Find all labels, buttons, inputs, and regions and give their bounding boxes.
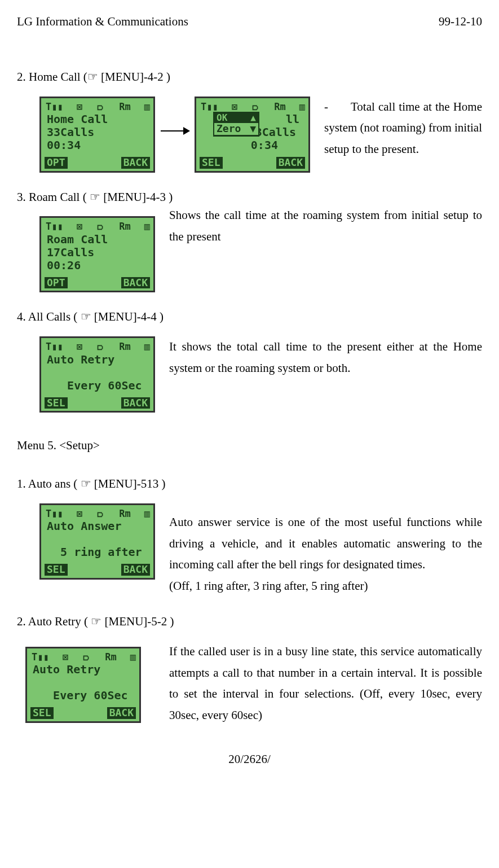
lcd-line-1: Roam Call <box>45 233 150 246</box>
rm-icon: Rm <box>119 102 130 113</box>
lcd-line-blank <box>45 533 150 546</box>
down-arrow-icon: ▼ <box>250 123 256 135</box>
status-bar: T▮▮ ⊠ ⫐ Rm ▥ <box>45 221 150 233</box>
status-bar: T▮▮ ⊠ ⫐ Rm ▥ <box>200 102 305 113</box>
status-bar: T▮▮ ⊠ ⫐ Rm ▥ <box>45 341 150 353</box>
all-calls-screen: T▮▮ ⊠ ⫐ Rm ▥ Auto Retry Every 60Sec SEL … <box>39 336 155 413</box>
setup-1-description: Auto answer service is one of the most u… <box>155 503 482 597</box>
d-icon: ⫐ <box>96 221 105 233</box>
softkey-bar: SEL BACK <box>45 564 150 576</box>
mail-icon: ⊠ <box>77 221 82 233</box>
signal-icon: T▮▮ <box>46 102 63 113</box>
signal-icon: T▮▮ <box>32 652 49 663</box>
section-3-description: Shows the call time at the roaming syste… <box>155 205 482 248</box>
lcd-line-2: Every 60Sec <box>45 379 150 392</box>
battery-icon: ▥ <box>299 102 305 113</box>
softkey-right[interactable]: BACK <box>107 707 136 719</box>
roam-call-screen: T▮▮ ⊠ ⫐ Rm ▥ Roam Call 17Calls 00:26 OPT… <box>39 216 155 292</box>
battery-icon: ▥ <box>144 102 150 113</box>
d-icon: ⫐ <box>251 102 260 113</box>
lcd-line-2: 17Calls <box>45 246 150 259</box>
section-2-text: Total call time at the Home system (not … <box>324 100 482 156</box>
setup-1-heading: 1. Auto ans ( ☞ [MENU]-513 ) <box>17 474 482 495</box>
lcd-line-1: Auto Retry <box>30 663 136 676</box>
softkey-right[interactable]: BACK <box>121 564 150 576</box>
d-icon: ⫐ <box>96 341 105 353</box>
battery-icon: ▥ <box>144 221 150 233</box>
page-header: LG Information & Communications 99-12-10 <box>17 11 482 33</box>
battery-icon: ▥ <box>130 652 136 663</box>
softkey-right[interactable]: BACK <box>121 277 150 289</box>
home-call-screen-1: T▮▮ ⊠ ⫐ Rm ▥ Home Call 33Calls 00:34 OPT… <box>39 97 155 173</box>
setup-2-description: If the called user is in a busy line sta… <box>141 641 482 726</box>
header-left: LG Information & Communications <box>17 11 188 33</box>
battery-icon: ▥ <box>144 341 150 353</box>
rm-icon: Rm <box>119 221 130 233</box>
softkey-left[interactable]: SEL <box>30 707 54 719</box>
page-footer: 20/2626/ <box>17 749 482 770</box>
lcd-line-2: 33Calls <box>45 126 150 139</box>
popup-menu: OK ▲ Zero ▼ <box>213 112 259 137</box>
softkey-left[interactable]: OPT <box>45 157 68 169</box>
header-right: 99-12-10 <box>439 11 482 33</box>
lcd-line-2: 5 ring after <box>45 546 150 559</box>
setup-1-row: T▮▮ ⊠ ⫐ Rm ▥ Auto Answer 5 ring after SE… <box>17 503 482 597</box>
signal-icon: T▮▮ <box>46 221 63 233</box>
setup-2-heading: 2. Auto Retry ( ☞ [MENU]-5-2 ) <box>17 611 482 633</box>
rm-icon: Rm <box>119 508 130 520</box>
softkey-bar: SEL BACK <box>45 397 150 409</box>
popup-header: OK ▲ <box>214 113 258 123</box>
popup-ok: OK <box>217 113 227 123</box>
softkey-right[interactable]: BACK <box>121 157 150 169</box>
rm-icon: Rm <box>119 341 130 353</box>
mail-icon: ⊠ <box>63 652 68 663</box>
lcd-line-1: Home Call <box>45 113 150 126</box>
dash: - <box>324 100 328 113</box>
softkey-bar: OPT BACK <box>45 157 150 169</box>
setup-1-text: Auto answer service is one of the most u… <box>169 512 482 576</box>
softkey-right[interactable]: BACK <box>276 157 305 169</box>
rm-icon: Rm <box>105 652 116 663</box>
arrow-icon <box>161 130 189 131</box>
section-2-description: -Total call time at the Home system (not… <box>310 97 482 160</box>
section-4-heading: 4. All Calls ( ☞ [MENU]-4-4 ) <box>17 306 482 328</box>
signal-icon: T▮▮ <box>46 508 63 520</box>
d-icon: ⫐ <box>96 102 105 113</box>
status-bar: T▮▮ ⊠ ⫐ Rm ▥ <box>30 652 136 663</box>
lcd-line-2: Every 60Sec <box>30 689 136 702</box>
status-bar: T▮▮ ⊠ ⫐ Rm ▥ <box>45 102 150 113</box>
softkey-bar: OPT BACK <box>45 277 150 289</box>
status-bar: T▮▮ ⊠ ⫐ Rm ▥ <box>45 508 150 520</box>
lcd-line-3: 00:34 <box>45 139 150 152</box>
auto-answer-screen: T▮▮ ⊠ ⫐ Rm ▥ Auto Answer 5 ring after SE… <box>39 503 155 580</box>
softkey-bar: SEL BACK <box>200 157 305 169</box>
popup-item[interactable]: Zero ▼ <box>214 123 258 135</box>
auto-retry-screen: T▮▮ ⊠ ⫐ Rm ▥ Auto Retry Every 60Sec SEL … <box>25 647 141 723</box>
bg-line-3: 0:34 <box>200 139 305 152</box>
lcd-line-3: 00:26 <box>45 259 150 272</box>
section-4-row: T▮▮ ⊠ ⫐ Rm ▥ Auto Retry Every 60Sec SEL … <box>17 336 482 413</box>
d-icon: ⫐ <box>82 652 91 663</box>
setup-1-extra: (Off, 1 ring after, 3 ring after, 5 ring… <box>169 576 482 597</box>
softkey-left[interactable]: SEL <box>200 157 223 169</box>
menu-5-heading: Menu 5. <Setup> <box>17 435 482 457</box>
battery-icon: ▥ <box>144 508 150 520</box>
softkey-left[interactable]: SEL <box>45 397 68 409</box>
softkey-bar: SEL BACK <box>30 707 136 719</box>
mail-icon: ⊠ <box>77 102 82 113</box>
softkey-right[interactable]: BACK <box>121 397 150 409</box>
softkey-left[interactable]: OPT <box>45 277 68 289</box>
section-4-description: It shows the total call time to the pres… <box>155 336 482 379</box>
section-3-row: T▮▮ ⊠ ⫐ Rm ▥ Roam Call 17Calls 00:26 OPT… <box>17 216 482 292</box>
mail-icon: ⊠ <box>232 102 237 113</box>
softkey-left[interactable]: SEL <box>45 564 68 576</box>
up-arrow-icon: ▲ <box>250 113 256 123</box>
mail-icon: ⊠ <box>77 508 82 520</box>
rm-icon: Rm <box>274 102 285 113</box>
signal-icon: T▮▮ <box>201 102 218 113</box>
signal-icon: T▮▮ <box>46 341 63 353</box>
lcd-line-blank <box>45 366 150 379</box>
lcd-line-blank <box>30 676 136 689</box>
section-2-row: T▮▮ ⊠ ⫐ Rm ▥ Home Call 33Calls 00:34 OPT… <box>17 97 482 173</box>
home-call-screen-2: T▮▮ ⊠ ⫐ Rm ▥ ll 33Calls 0:34 OK ▲ Zero ▼… <box>195 97 310 173</box>
